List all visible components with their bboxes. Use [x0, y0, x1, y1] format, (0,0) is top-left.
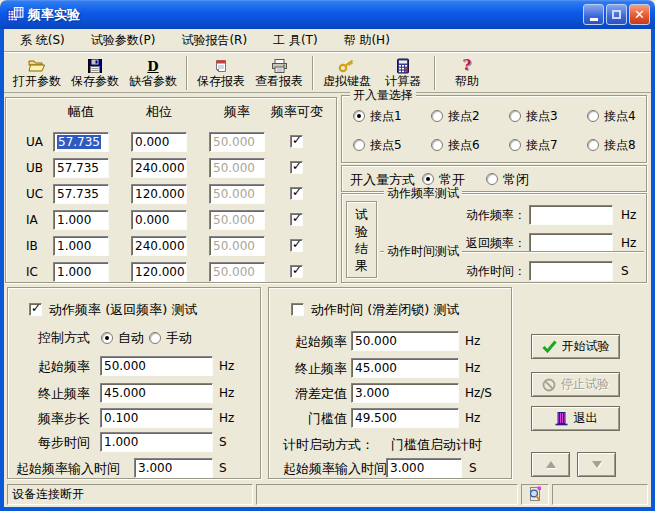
virtual-keyboard-button[interactable]: 虚拟键盘 — [318, 54, 376, 92]
start-test-button[interactable]: 开始试验 — [531, 334, 620, 359]
test-result-panel: 试验结果 动作频率测试 动作频率： Hz 返回频率： Hz 动作时间测试 动作时… — [341, 193, 647, 283]
down-arrow-icon — [592, 461, 602, 468]
frequency-field-ic: 50.000 — [209, 262, 265, 282]
tt-start-freq-field[interactable]: 50.000 — [351, 331, 459, 351]
action-frequency-label: 动作频率： — [402, 208, 526, 223]
contact-5-label: 接点5 — [370, 138, 402, 153]
save-params-button[interactable]: 保存参数 — [66, 54, 124, 92]
freq-step-field[interactable]: 0.100 — [100, 408, 213, 428]
end-freq-unit: Hz — [219, 386, 234, 401]
frequency-field-ub: 50.000 — [209, 158, 265, 178]
slip-value-label: 滑差定值 — [279, 386, 347, 401]
contact-7-radio[interactable] — [509, 139, 521, 151]
auto-radio[interactable] — [101, 332, 113, 344]
menu-help[interactable]: 帮 助(H) — [336, 29, 398, 52]
help-button[interactable]: ? 帮助 — [440, 54, 494, 92]
slip-value-field[interactable]: 3.000 — [351, 383, 459, 403]
minimize-button[interactable] — [583, 4, 604, 25]
menu-system[interactable]: 系 统(S) — [12, 29, 73, 52]
toolbar-label: 打开参数 — [13, 74, 61, 89]
freq-variable-checkbox-ub[interactable] — [290, 161, 303, 174]
calculator-button[interactable]: 计算器 — [376, 54, 430, 92]
contact-8-radio[interactable] — [587, 139, 599, 151]
close-button[interactable]: ✕ — [629, 4, 650, 25]
test-result-label-box: 试验结果 — [346, 201, 377, 278]
freq-variable-checkbox-ia[interactable] — [290, 213, 303, 226]
amplitude-field-ic[interactable]: 1.000 — [53, 262, 109, 282]
exit-label: 退出 — [574, 410, 598, 427]
row-label-ua: UA — [26, 135, 43, 150]
start-test-label: 开始试验 — [562, 338, 610, 355]
phase-field-ia[interactable]: 0.000 — [131, 210, 187, 230]
freq-variable-checkbox-ib[interactable] — [290, 239, 303, 252]
timing-start-mode-value: 门槛值启动计时 — [391, 437, 482, 452]
phase-field-ic[interactable]: 120.000 — [131, 262, 187, 282]
row-label-ic: IC — [26, 265, 38, 280]
save-icon — [87, 57, 103, 74]
test-result-label: 试验结果 — [354, 206, 369, 274]
threshold-field[interactable]: 49.500 — [351, 408, 459, 428]
phase-field-ub[interactable]: 240.000 — [131, 158, 187, 178]
contact-select-panel: 开入量选择 接点1 接点2 接点3 接点4 接点5 接点6 接点7 接点8 — [341, 95, 647, 163]
amplitude-field-ia[interactable]: 1.000 — [53, 210, 109, 230]
threshold-label: 门槛值 — [279, 411, 347, 426]
exit-button[interactable]: 退出 — [531, 406, 620, 431]
menu-test-params[interactable]: 试验参数(P) — [83, 29, 164, 52]
contact-3-radio[interactable] — [509, 110, 521, 122]
save-report-button[interactable]: 保存报表 — [192, 54, 250, 92]
phase-field-uc[interactable]: 120.000 — [131, 184, 187, 204]
toolbar-separator — [312, 56, 314, 90]
contact-mode-label: 开入量方式 — [350, 172, 415, 187]
auto-label: 自动 — [118, 330, 144, 345]
end-freq-label: 终止频率 — [38, 386, 90, 401]
freq-variable-checkbox-ua[interactable] — [290, 135, 303, 148]
up-arrow-icon — [546, 461, 556, 468]
contact-2-radio[interactable] — [431, 110, 443, 122]
contact-5-radio[interactable] — [353, 139, 365, 151]
contact-4-radio[interactable] — [587, 110, 599, 122]
end-freq-field[interactable]: 45.000 — [100, 383, 213, 403]
maximize-button[interactable] — [606, 4, 627, 25]
page-up-button[interactable] — [531, 452, 570, 477]
amplitude-field-ib[interactable]: 1.000 — [53, 236, 109, 256]
tt-start-freq-input-time-unit: S — [469, 461, 477, 476]
view-report-button[interactable]: 查看报表 — [250, 54, 308, 92]
app-window: 频率实验 ✕ 系 统(S) 试验参数(P) 试验报告(R) 工 具(T) 帮 助… — [0, 0, 655, 511]
start-freq-input-time-field[interactable]: 3.000 — [134, 458, 213, 478]
time-test-checkbox[interactable] — [291, 303, 304, 316]
action-time-label: 动作时间： — [402, 264, 526, 279]
amplitude-field-ua[interactable]: 57.735 — [53, 132, 109, 152]
manual-radio[interactable] — [149, 332, 161, 344]
step-time-unit: S — [219, 435, 227, 450]
action-time-field[interactable] — [529, 261, 613, 281]
normally-open-radio[interactable] — [422, 173, 434, 185]
action-time-unit: S — [621, 264, 629, 279]
start-freq-input-time-label: 起始频率输入时间 — [16, 461, 120, 476]
amplitude-field-uc[interactable]: 57.735 — [53, 184, 109, 204]
freq-step-unit: Hz — [219, 411, 234, 426]
start-freq-unit: Hz — [219, 359, 234, 374]
menu-test-report[interactable]: 试验报告(R) — [173, 29, 255, 52]
tt-end-freq-field[interactable]: 45.000 — [351, 358, 459, 378]
open-params-button[interactable]: 打开参数 — [8, 54, 66, 92]
freq-test-checkbox[interactable] — [29, 303, 42, 316]
amplitude-field-ub[interactable]: 57.735 — [53, 158, 109, 178]
toolbar: 打开参数 保存参数 D 缺省参数 — [4, 52, 651, 93]
action-frequency-field[interactable] — [529, 205, 613, 225]
default-params-button[interactable]: D 缺省参数 — [124, 54, 182, 92]
printer-icon — [271, 57, 288, 74]
phase-field-ib[interactable]: 240.000 — [131, 236, 187, 256]
step-time-field[interactable]: 1.000 — [100, 432, 213, 452]
tt-start-freq-input-time-field[interactable]: 3.000 — [386, 458, 462, 478]
start-freq-field[interactable]: 50.000 — [100, 356, 213, 376]
contact-1-radio[interactable] — [353, 110, 365, 122]
freq-variable-checkbox-ic[interactable] — [290, 265, 303, 278]
start-freq-label: 起始频率 — [38, 359, 90, 374]
menu-tools[interactable]: 工 具(T) — [265, 29, 326, 52]
freq-variable-checkbox-uc[interactable] — [290, 187, 303, 200]
normally-closed-radio[interactable] — [486, 173, 498, 185]
page-down-button[interactable] — [577, 452, 616, 477]
return-frequency-field[interactable] — [529, 233, 613, 253]
contact-6-radio[interactable] — [431, 139, 443, 151]
phase-field-ua[interactable]: 0.000 — [131, 132, 187, 152]
